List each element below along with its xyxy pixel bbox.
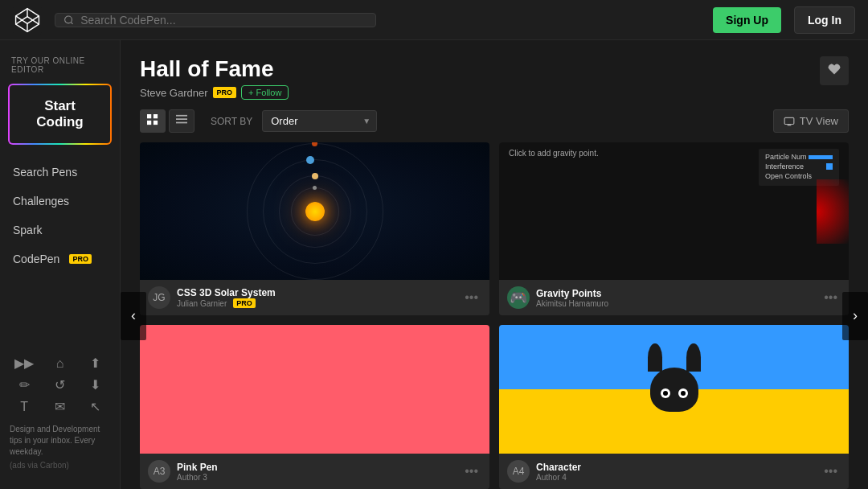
pen-card-pink: A3 Pink Pen Author 3 ••• — [140, 325, 489, 489]
svg-rect-6 — [176, 115, 187, 117]
refresh-icon[interactable]: ↺ — [45, 377, 74, 392]
forward-icon[interactable]: ▶▶ — [10, 355, 39, 371]
logo[interactable] — [13, 6, 42, 35]
controls-bar: SORT BY Order Most Viewed Most Loved Mos… — [121, 109, 868, 142]
pen-title-pink: Pink Pen — [177, 462, 218, 473]
sort-select[interactable]: Order Most Viewed Most Loved Most Commen… — [262, 110, 377, 132]
pen-username-solar: Julian Garnier PRO — [177, 298, 276, 308]
character-head — [650, 368, 698, 412]
search-input[interactable] — [80, 14, 367, 27]
sidebar-label-challenges: Challenges — [13, 195, 69, 208]
heart-button[interactable] — [820, 56, 849, 85]
search-bar[interactable] — [55, 13, 376, 27]
sidebar-label-search-pens: Search Pens — [13, 166, 77, 179]
author-pro-badge: PRO — [213, 87, 237, 98]
pen-card-gravity: Click to add gravity point. Particle Num… — [499, 142, 849, 315]
share-icon[interactable]: ⬆ — [81, 355, 110, 371]
pen-info-pink: Pink Pen Author 3 — [177, 462, 218, 482]
pen-username-character: Author 4 — [536, 473, 581, 482]
pen-info-character: Character Author 4 — [536, 462, 581, 482]
follow-button[interactable]: + Follow — [241, 85, 289, 100]
pen-card-solar: JG CSS 3D Solar System Julian Garnier PR… — [140, 142, 489, 315]
sidebar-icon-grid: ▶▶ ⌂ ⬆ ✏ ↺ ⬇ T ✉ ↖ — [10, 355, 110, 414]
list-icon — [176, 114, 187, 125]
pen-username-pink: Author 3 — [177, 473, 218, 482]
pen-author-solar: JG CSS 3D Solar System Julian Garnier PR… — [148, 286, 276, 309]
pen-footer-gravity: 🎮 Gravity Points Akimitsu Hamamuro ••• — [499, 280, 849, 315]
pen-footer-character: A4 Character Author 4 ••• — [499, 454, 849, 489]
sidebar-label-codepen: CodePen — [13, 253, 59, 265]
tv-view-button[interactable]: TV View — [773, 109, 849, 133]
pen-avatar-gravity: 🎮 — [507, 286, 530, 309]
start-coding-button[interactable]: Start Coding — [8, 84, 112, 145]
sidebar-promo-text: TRY OUR ONLINE EDITOR — [0, 50, 120, 84]
pen-card-character: A4 Character Author 4 ••• — [499, 325, 849, 489]
download-icon[interactable]: ⬇ — [81, 377, 110, 392]
sidebar-bottom: ▶▶ ⌂ ⬆ ✏ ↺ ⬇ T ✉ ↖ Design and Developmen… — [0, 346, 120, 479]
email-icon[interactable]: ✉ — [45, 399, 74, 414]
sidebar-item-challenges[interactable]: Challenges — [0, 187, 120, 216]
svg-point-1 — [65, 16, 72, 23]
pen-menu-button-solar[interactable]: ••• — [461, 287, 481, 308]
pen-grid-wrapper: ‹ — [121, 142, 868, 489]
pen-footer-solar: JG CSS 3D Solar System Julian Garnier PR… — [140, 280, 489, 315]
login-button[interactable]: Log In — [794, 6, 855, 34]
pen-pro-badge-solar: PRO — [233, 298, 256, 308]
home-icon[interactable]: ⌂ — [45, 355, 74, 371]
pen-preview-gravity[interactable]: Click to add gravity point. Particle Num… — [499, 142, 849, 280]
header-left: Hall of Fame Steve Gardner PRO + Follow — [140, 56, 289, 100]
cursor-icon[interactable]: ↖ — [81, 399, 110, 414]
list-view-button[interactable] — [169, 109, 194, 133]
pen-avatar-character: A4 — [507, 460, 530, 483]
pen-author-pink: A3 Pink Pen Author 3 — [148, 460, 218, 483]
pen-info-solar: CSS 3D Solar System Julian Garnier PRO — [177, 287, 276, 308]
sidebar-label-spark: Spark — [13, 224, 43, 236]
author-name: Steve Gardner — [140, 87, 208, 99]
solar-system-art — [235, 142, 395, 280]
text-icon[interactable]: T — [10, 399, 39, 414]
red-glow — [817, 179, 849, 244]
pen-username-gravity: Akimitsu Hamamuro — [536, 299, 608, 308]
search-icon — [63, 14, 74, 26]
sidebar-item-search-pens[interactable]: Search Pens — [0, 158, 120, 187]
sidebar-item-spark[interactable]: Spark — [0, 216, 120, 244]
pen-preview-pink[interactable] — [140, 325, 489, 454]
svg-rect-8 — [176, 122, 187, 124]
page-title: Hall of Fame — [140, 56, 289, 82]
author-row: Steve Gardner PRO + Follow — [140, 85, 289, 100]
tv-icon — [784, 116, 795, 127]
next-arrow-button[interactable]: › — [842, 292, 868, 340]
grid-icon — [147, 114, 158, 125]
topnav: Sign Up Log In — [0, 0, 868, 40]
svg-rect-5 — [154, 121, 158, 125]
pen-info-gravity: Gravity Points Akimitsu Hamamuro — [536, 288, 608, 308]
pen-menu-button-character[interactable]: ••• — [821, 461, 841, 482]
svg-rect-9 — [784, 117, 794, 124]
orbit-4 — [247, 143, 383, 280]
pen-avatar-pink: A3 — [148, 460, 170, 483]
sidebar: TRY OUR ONLINE EDITOR Start Coding Searc… — [0, 40, 121, 489]
pen-title-solar: CSS 3D Solar System — [177, 287, 276, 298]
character-art — [650, 368, 698, 412]
pen-title-gravity: Gravity Points — [536, 288, 608, 299]
content-main: Hall of Fame Steve Gardner PRO + Follow — [121, 40, 868, 489]
pen-preview-character[interactable] — [499, 325, 849, 454]
codepen-pro-badge: PRO — [69, 254, 92, 264]
pen-menu-button-pink[interactable]: ••• — [461, 461, 481, 482]
prev-arrow-button[interactable]: ‹ — [121, 292, 146, 340]
pen-avatar-solar: JG — [148, 286, 170, 309]
sidebar-item-codepen[interactable]: CodePen PRO — [0, 244, 120, 273]
pen-menu-button-gravity[interactable]: ••• — [821, 287, 841, 308]
gravity-hint-text: Click to add gravity point. — [509, 149, 599, 158]
heart-icon — [828, 63, 841, 76]
signup-button[interactable]: Sign Up — [713, 7, 781, 33]
planet-4 — [312, 142, 317, 146]
grid-view-button[interactable] — [140, 109, 166, 133]
pen-title-character: Character — [536, 462, 581, 473]
pen-preview-solar[interactable] — [140, 142, 489, 280]
sort-label: SORT BY — [211, 116, 252, 127]
pen-icon[interactable]: ✏ — [10, 377, 39, 392]
sidebar-newsletter-text: Design and Development tips in your inbo… — [10, 424, 110, 458]
pen-footer-pink: A3 Pink Pen Author 3 ••• — [140, 454, 489, 489]
sort-wrapper: Order Most Viewed Most Loved Most Commen… — [262, 110, 377, 132]
